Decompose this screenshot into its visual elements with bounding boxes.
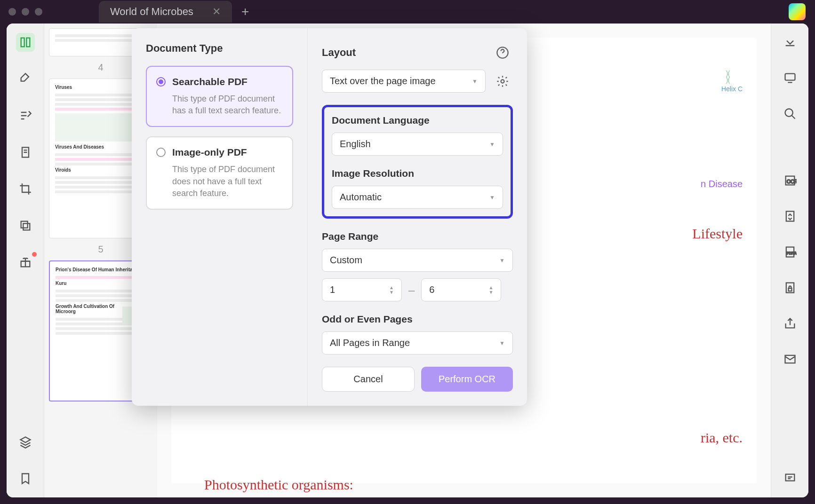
search-icon xyxy=(783,107,797,120)
chevron-down-icon: ▼ xyxy=(489,141,495,148)
page-range-value: Custom xyxy=(330,255,362,266)
odd-even-label: Odd or Even Pages xyxy=(322,314,513,325)
chevron-down-icon: ▼ xyxy=(499,257,505,264)
resolution-select[interactable]: Automatic ▼ xyxy=(332,186,503,209)
left-toolbar xyxy=(7,24,44,497)
gift-icon xyxy=(19,256,32,269)
annotate-tool[interactable] xyxy=(16,106,35,125)
resolution-label: Image Resolution xyxy=(332,168,503,179)
cancel-button[interactable]: Cancel xyxy=(322,367,415,392)
ocr-icon: OCR xyxy=(783,174,797,187)
presentation-button[interactable] xyxy=(781,69,799,87)
app-logo-icon[interactable] xyxy=(789,3,806,20)
range-from-value: 1 xyxy=(330,284,335,295)
add-tab-button[interactable]: + xyxy=(241,4,249,19)
layout-value: Text over the page image xyxy=(330,76,436,87)
share-icon xyxy=(783,317,797,330)
language-select[interactable]: English ▼ xyxy=(332,133,503,156)
lock-button[interactable] xyxy=(781,278,799,297)
copy-tool[interactable] xyxy=(16,216,35,235)
comment-icon xyxy=(783,472,797,485)
layout-select[interactable]: Text over the page image ▼ xyxy=(322,70,486,93)
gear-icon xyxy=(496,75,509,88)
range-dash: – xyxy=(408,284,415,297)
layout-heading: Layout xyxy=(322,47,486,59)
crop-icon xyxy=(19,182,32,196)
collapse-button[interactable] xyxy=(781,33,799,52)
language-value: English xyxy=(340,139,371,150)
mail-button[interactable] xyxy=(781,350,799,369)
chevron-down-icon: ▼ xyxy=(472,78,478,85)
right-toolbar: OCR PDF/A xyxy=(771,24,808,497)
svg-point-5 xyxy=(785,109,792,117)
pdfa-button[interactable]: PDF/A xyxy=(781,243,799,261)
settings-button[interactable] xyxy=(492,71,513,92)
chevron-down-icon: ▼ xyxy=(489,194,495,201)
document-type-heading: Document Type xyxy=(146,42,293,55)
highlighter-icon xyxy=(19,72,32,86)
highlighter-tool[interactable] xyxy=(16,70,35,88)
layers-icon xyxy=(19,435,32,449)
convert-button[interactable] xyxy=(781,207,799,226)
bookmark-icon xyxy=(19,472,32,485)
tab-document[interactable]: World of Microbes ✕ xyxy=(99,1,232,23)
layers-tool[interactable] xyxy=(16,433,35,451)
modal-left-panel: Document Type Searchable PDF This type o… xyxy=(132,28,308,406)
ocr-button[interactable]: OCR xyxy=(781,171,799,190)
tab-title: World of Microbes xyxy=(110,6,193,18)
option-description: This type of PDF document does not have … xyxy=(156,164,283,199)
minimize-window-button[interactable] xyxy=(22,8,29,16)
svg-rect-4 xyxy=(785,74,795,80)
option-title: Searchable PDF xyxy=(172,76,248,87)
range-from-input[interactable]: 1 ▲▼ xyxy=(322,278,402,301)
copy-icon xyxy=(19,219,32,232)
book-icon xyxy=(19,36,32,49)
page-range-label: Page Range xyxy=(322,231,513,242)
stepper-icon[interactable]: ▲▼ xyxy=(389,285,394,295)
svg-rect-2 xyxy=(23,223,30,230)
share-button[interactable] xyxy=(781,314,799,333)
page-range-select[interactable]: Custom ▼ xyxy=(322,249,513,272)
option-image-only-pdf[interactable]: Image-only PDF This type of PDF document… xyxy=(146,136,293,210)
chevron-down-icon: ▼ xyxy=(499,340,505,346)
svg-text:PDF/A: PDF/A xyxy=(787,252,797,255)
gift-tool[interactable] xyxy=(16,253,35,272)
option-description: This type of PDF document has a full tex… xyxy=(156,93,283,117)
search-button[interactable] xyxy=(781,104,799,123)
radio-image-only[interactable] xyxy=(156,148,166,157)
option-title: Image-only PDF xyxy=(172,147,247,158)
page-icon xyxy=(19,146,32,159)
bookmark-tool[interactable] xyxy=(16,469,35,488)
option-searchable-pdf[interactable]: Searchable PDF This type of PDF document… xyxy=(146,66,293,127)
page-tool[interactable] xyxy=(16,143,35,162)
range-to-input[interactable]: 6 ▲▼ xyxy=(421,278,501,301)
range-to-value: 6 xyxy=(429,284,434,295)
radio-searchable[interactable] xyxy=(156,77,166,87)
svg-point-16 xyxy=(501,79,504,83)
close-window-button[interactable] xyxy=(8,8,16,16)
svg-rect-14 xyxy=(785,474,794,481)
modal-right-panel: Layout Text over the page image ▼ Docume… xyxy=(308,28,527,406)
language-label: Document Language xyxy=(332,115,503,126)
help-button[interactable] xyxy=(492,42,513,63)
comments-button[interactable] xyxy=(781,469,799,488)
pdfa-icon: PDF/A xyxy=(783,245,797,259)
lock-page-icon xyxy=(783,281,797,294)
close-tab-icon[interactable]: ✕ xyxy=(212,6,221,18)
resolution-value: Automatic xyxy=(340,192,382,203)
crop-tool[interactable] xyxy=(16,180,35,198)
stepper-icon[interactable]: ▲▼ xyxy=(488,285,493,295)
highlighted-settings: Document Language English ▼ Image Resolu… xyxy=(322,105,513,219)
reader-tool[interactable] xyxy=(16,33,35,52)
convert-icon xyxy=(783,210,797,223)
chevron-down-icon xyxy=(783,36,797,49)
odd-even-value: All Pages in Range xyxy=(330,338,410,348)
helix-illustration: Helix C xyxy=(721,71,743,93)
svg-rect-12 xyxy=(788,288,791,291)
mail-icon xyxy=(783,353,797,366)
perform-ocr-button[interactable]: Perform OCR xyxy=(421,367,513,392)
help-icon xyxy=(496,46,509,59)
titlebar: World of Microbes ✕ + xyxy=(0,0,815,24)
maximize-window-button[interactable] xyxy=(35,8,42,16)
odd-even-select[interactable]: All Pages in Range ▼ xyxy=(322,331,513,354)
